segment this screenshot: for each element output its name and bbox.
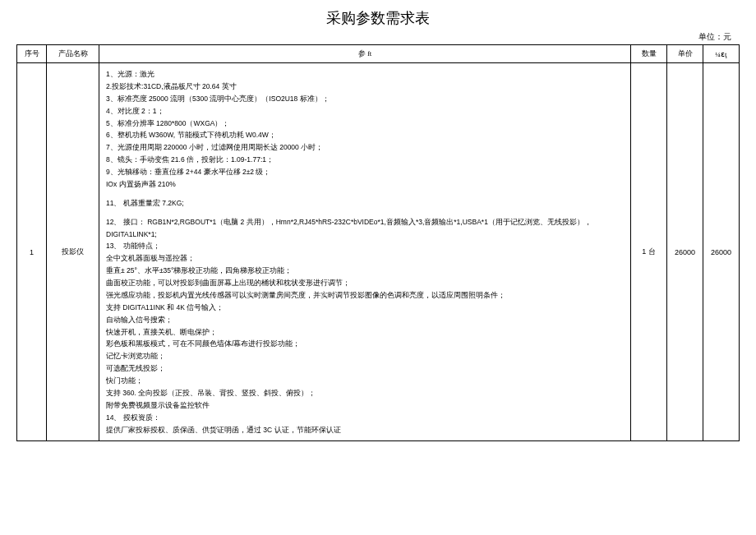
param-line: 彩色板和黑板模式，可在不同颜色墙体/幕布进行投影功能； <box>106 338 624 350</box>
param-line: 6、整机功耗 W360W, 节能模式下待机功耗 W0.4W； <box>106 129 624 141</box>
param-line: 1、光源：激光 <box>106 68 624 81</box>
param-line: 11、 机器重量宏 7.2KG; <box>106 197 624 210</box>
param-line: 自动输入信号搜索； <box>106 314 624 326</box>
param-line: 附带免费视频显示设备监控软件 <box>106 399 624 412</box>
col-header-name: 产品名称 <box>47 45 99 63</box>
param-line: 快门功能； <box>106 375 624 387</box>
param-line: 13、 功能特点； <box>106 240 624 252</box>
table-header-row: 序号 产品名称 参 ft 数量 单价 ¼ɛţ <box>17 45 740 63</box>
requirements-table: 序号 产品名称 参 ft 数量 单价 ¼ɛţ 1 投影仪 1、光源：激光2.投影… <box>16 44 740 441</box>
param-line: 提供厂家投标授权、质保函、供货证明函，通过 3C 认证，节能环保认证 <box>106 424 624 436</box>
param-line: 支持 360. 全向投影（正投、吊装、背投、竖投、斜投、俯投）； <box>106 387 624 399</box>
param-line: IOx 内置扬声器 210% <box>106 178 624 191</box>
param-line: 4、对比度 2：1； <box>106 105 624 118</box>
col-header-param: 参 ft <box>99 45 631 63</box>
param-line: 可选配无线投影； <box>106 362 624 375</box>
cell-param: 1、光源：激光2.投影技术:31CD,液晶板尺寸 20.64 英寸3、标准亮度 … <box>99 63 631 441</box>
col-header-total: ¼ɛţ <box>703 45 740 63</box>
param-line: 记忆卡浏览功能； <box>106 350 624 362</box>
col-header-price: 单价 <box>667 45 703 63</box>
page-title: 采购参数需求表 <box>16 8 740 28</box>
param-line: 强光感应功能，投影机内置光线传感器可以实时测量房间亮度，并实时调节投影图像的色调… <box>106 289 624 302</box>
cell-name: 投影仪 <box>47 63 99 441</box>
param-line: 5、标准分辨率 1280*800（WXGA）； <box>106 118 624 130</box>
cell-price: 26000 <box>667 63 703 441</box>
param-line: 3、标准亮度 25000 流明（5300 流明中心亮度）（ISO2U18 标准）… <box>106 93 624 105</box>
param-line: 支持 DIGITA11INK 和 4K 信号输入； <box>106 302 624 314</box>
param-line: 垂直± 25°、水平±35°梯形校正功能，四角梯形校正功能； <box>106 265 624 277</box>
param-line: 9、光轴移动：垂直位移 2+44 豪水平位移 2±2 级； <box>106 166 624 178</box>
param-line: 7、光源使用周期 220000 小时，过滤网使用周期长达 20000 小时； <box>106 141 624 154</box>
cell-total: 26000 <box>703 63 740 441</box>
param-line: 14、 授权资质： <box>106 412 624 424</box>
param-line: 12、 接口： RGB1N*2,RGBOUT*1（电脑 2 共用），Hmn*2,… <box>106 216 624 241</box>
param-line: 曲面校正功能，可以对投影到曲面屏幕上出现的桶状和枕状变形进行调节； <box>106 277 624 289</box>
unit-label: 单位：元 <box>16 31 740 43</box>
param-line: 2.投影技术:31CD,液晶板尺寸 20.64 英寸 <box>106 81 624 93</box>
cell-qty: 1 台 <box>631 63 667 441</box>
col-header-qty: 数量 <box>631 45 667 63</box>
param-line: 全中文机器面板与遥控器； <box>106 252 624 265</box>
param-line: 快速开机，直接关机、断电保护； <box>106 326 624 339</box>
param-line: 8、镜头：手动变焦 21.6 倍，投射比：1.09-1.77:1； <box>106 154 624 166</box>
col-header-seq: 序号 <box>17 45 47 63</box>
cell-seq: 1 <box>17 63 47 441</box>
table-row: 1 投影仪 1、光源：激光2.投影技术:31CD,液晶板尺寸 20.64 英寸3… <box>17 63 740 441</box>
